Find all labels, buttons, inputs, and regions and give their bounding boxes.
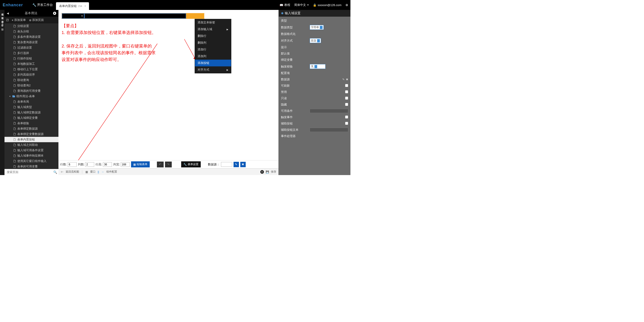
datasource-edit-button[interactable]: ✎ [234, 162, 239, 167]
property-row: 提示 [281, 44, 348, 50]
settings-button[interactable]: ⚙ [346, 3, 348, 7]
cols-input[interactable] [85, 162, 94, 167]
datasource-input[interactable] [221, 162, 232, 167]
tree-file[interactable]: 本地数据加工 [4, 61, 58, 67]
tree-file[interactable]: 表单布局 [4, 99, 58, 104]
context-menu-item[interactable]: 删除行 [195, 33, 231, 39]
context-menu-item[interactable]: 删除列 [195, 39, 231, 46]
property-select[interactable]: 字符串 [310, 25, 324, 30]
gear-icon: ✱ [281, 12, 284, 15]
property-input[interactable] [310, 109, 348, 113]
tree-file[interactable]: 输入域可用条件设置 [4, 148, 58, 153]
undo-button[interactable]: ↶ [157, 162, 164, 167]
tree-file[interactable]: 行操作按钮 [4, 56, 58, 61]
context-menu-item[interactable]: 对齐方式▶ [195, 66, 231, 73]
page-tree[interactable]: 分组设置表头分组多条件查询器设置复杂查询器设置过滤器设置多行选择行操作按钮本地数… [4, 24, 58, 169]
user-menu[interactable]: 🔒 soooon@126.com [313, 3, 342, 7]
tree-file[interactable]: 表单内置按钮 [4, 137, 58, 142]
clear-icon[interactable]: ✖ [346, 78, 348, 81]
context-menu-item[interactable]: 添加文本标签 [195, 19, 231, 26]
bc-window[interactable]: 窗口 [90, 170, 96, 174]
tree-file[interactable]: 移动行上下位置 [4, 67, 58, 72]
datasource-clear-button[interactable]: ✖ [240, 162, 246, 167]
sidebar: ◀ 基本用法 +添加菜单 ⊕添加页面 分组设置表头分组多条件查询器设置复杂查询器… [4, 10, 58, 175]
canvas[interactable]: 添加文本标签添加输入域▶删除行删除列添加行添加列添加按钮对齐方式▶ 【要点】 1… [58, 10, 278, 160]
caret-down-icon [307, 5, 309, 6]
tab-form-button[interactable]: 表单内置按钮 294 × [56, 2, 89, 10]
dropdown-cell[interactable] [62, 13, 84, 19]
save-button[interactable]: 保存 [271, 170, 276, 174]
property-row: 只读 [281, 95, 348, 102]
selected-cell[interactable] [186, 13, 204, 19]
tree-file[interactable]: 输入域绑定变量 [4, 115, 58, 121]
vtab-role-mgmt[interactable]: 角色管理 [0, 14, 4, 17]
close-icon[interactable]: × [84, 5, 86, 8]
form-row[interactable] [62, 13, 204, 19]
property-checkbox[interactable] [345, 90, 348, 93]
back-arrow-icon[interactable]: 🡠 [61, 170, 64, 173]
tree-file[interactable]: 联动查询 [4, 77, 58, 83]
tree-file[interactable]: 输入域之间联动 [4, 142, 58, 148]
language-selector[interactable]: 简体中文 [294, 3, 309, 7]
tree-file[interactable]: 过滤器设置 [4, 45, 58, 50]
property-select[interactable]: 无 [310, 64, 326, 69]
play-icon[interactable] [260, 170, 264, 174]
tree-file[interactable]: 多列高级排序 [4, 72, 58, 77]
back-icon[interactable]: ◀ [7, 12, 9, 15]
expand-icon[interactable] [6, 19, 8, 21]
property-checkbox[interactable] [345, 115, 348, 119]
redo-button[interactable]: ↷ [165, 162, 172, 167]
input-cell[interactable] [84, 13, 186, 19]
context-menu-label: 对齐方式 [198, 68, 209, 72]
tree-folder[interactable]: ▾组件用法-表单 [4, 94, 58, 99]
search-input[interactable] [6, 169, 53, 175]
tree-file[interactable]: 分组设置 [4, 24, 58, 29]
property-input[interactable] [310, 128, 348, 132]
vtab-http[interactable]: 目录Http接口 [0, 21, 4, 28]
back-to-flow[interactable]: 返回流程图 [66, 170, 79, 174]
draw-form-button[interactable]: ▦ 绘制表单 [131, 161, 150, 167]
property-checkbox[interactable] [345, 97, 348, 100]
tree-file[interactable]: 联动查询2 [4, 83, 58, 88]
vtab-project-props[interactable]: 项目属性 [0, 10, 4, 14]
property-select[interactable]: 左边 [310, 38, 321, 43]
context-menu-label: 添加行 [198, 48, 206, 52]
search-icon[interactable]: 🔍 [53, 170, 57, 174]
tree-file[interactable]: 输入域绑定数据源 [4, 110, 58, 115]
tutorial-link[interactable]: 📖 教程 [280, 3, 290, 7]
tree-file[interactable]: 复杂查询器设置 [4, 40, 58, 45]
vtab-globals[interactable]: 全局变量 [0, 17, 4, 21]
chevron-right-icon: ▶ [226, 69, 228, 71]
tree-file[interactable]: 表单绑定数据源 [4, 126, 58, 131]
tree-file[interactable]: 输入域事件响应脚本 [4, 153, 58, 158]
tree-file[interactable]: 查询器的可用变量 [4, 88, 58, 94]
rowheight-input[interactable] [103, 162, 112, 167]
play-icon[interactable] [53, 12, 56, 15]
colwidth-input[interactable] [121, 162, 130, 167]
rows-input[interactable] [68, 162, 77, 167]
form-settings-button[interactable]: 🔧 表单设置 [181, 161, 201, 167]
context-menu-item[interactable]: 添加行 [195, 46, 231, 53]
context-menu-item[interactable]: 添加输入域▶ [195, 26, 231, 33]
tree-file[interactable]: 表单的可用变量 [4, 164, 58, 169]
tree-file[interactable]: 多行选择 [4, 50, 58, 56]
property-checkbox[interactable] [345, 84, 348, 87]
tree-file[interactable]: 输入域类型 [4, 104, 58, 110]
tree-file[interactable]: 表单绑定变量数据源 [4, 131, 58, 137]
draw-form-label: 绘制表单 [137, 162, 148, 166]
edit-icon[interactable]: ✎ [342, 78, 344, 81]
property-checkbox[interactable] [345, 103, 348, 106]
bc-component-config[interactable]: 组件配置 [106, 170, 117, 174]
property-checkbox[interactable] [345, 122, 348, 125]
property-label: 类型 [281, 19, 308, 23]
context-menu-item[interactable]: 添加列 [195, 53, 231, 60]
add-page-button[interactable]: ⊕添加页面 [29, 18, 44, 22]
tree-file[interactable]: 表头分组 [4, 29, 58, 34]
add-menu-button[interactable]: +添加菜单 [12, 18, 26, 22]
tree-file[interactable]: 使用其它窗口组件输入 [4, 158, 58, 164]
dev-workbench-button[interactable]: 🔧 开发工作台 [32, 3, 53, 7]
tree-file[interactable]: 多条件查询器设置 [4, 34, 58, 40]
tree-label: 输入域绑定数据源 [17, 111, 41, 115]
context-menu-item[interactable]: 添加按钮 [195, 60, 231, 66]
tree-file[interactable]: 表单校验 [4, 121, 58, 126]
